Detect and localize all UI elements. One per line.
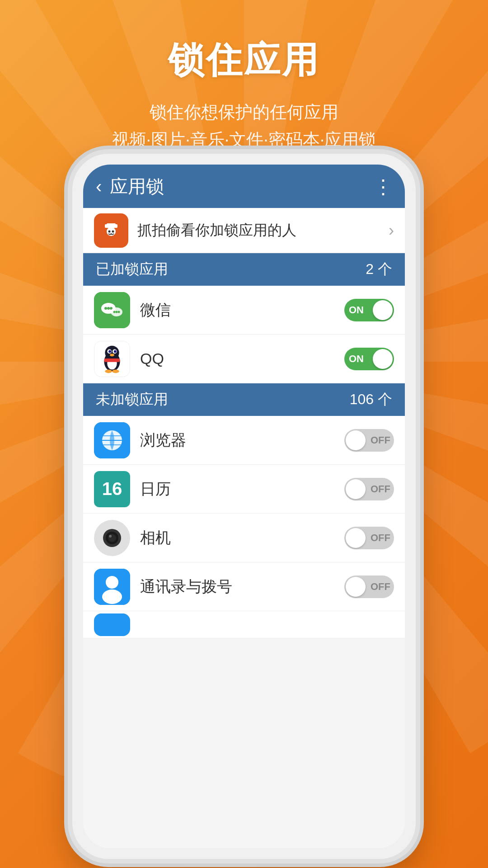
- svg-point-22: [114, 350, 117, 353]
- wechat-toggle-label: ON: [349, 304, 364, 316]
- svg-point-39: [102, 590, 122, 604]
- contacts-row: 通讯录与拨号 OFF: [83, 562, 405, 611]
- svg-point-25: [105, 369, 112, 373]
- browser-toggle-knob: [346, 430, 366, 450]
- camera-toggle-knob: [346, 528, 366, 548]
- svg-point-18: [105, 345, 119, 359]
- header-section: 锁住应用 锁住你想保护的任何应用 视频·图片·音乐·文件·密码本·应用锁: [0, 0, 488, 154]
- browser-toggle-label: OFF: [371, 434, 390, 446]
- camera-toggle-label: OFF: [371, 532, 390, 544]
- app-bar: ‹ 应用锁 ⋮: [83, 165, 405, 208]
- contacts-toggle-knob: [346, 577, 366, 597]
- calendar-name: 日历: [140, 479, 344, 500]
- phone-screen: ‹ 应用锁 ⋮: [83, 165, 405, 848]
- svg-point-5: [112, 230, 114, 232]
- browser-name: 浏览器: [140, 430, 344, 451]
- contacts-icon: [94, 569, 130, 605]
- contacts-name: 通讯录与拨号: [140, 576, 344, 597]
- camera-toggle[interactable]: OFF: [344, 527, 394, 549]
- qq-toggle[interactable]: ON: [344, 348, 394, 370]
- calendar-toggle-label: OFF: [371, 483, 390, 495]
- svg-point-12: [113, 311, 116, 313]
- app-bar-title: 应用锁: [110, 174, 373, 199]
- calendar-icon: 16: [94, 471, 130, 507]
- wechat-toggle[interactable]: ON: [344, 299, 394, 321]
- spy-chevron: ›: [389, 221, 394, 240]
- camera-row: 相机 OFF: [83, 514, 405, 562]
- qq-icon: [94, 341, 130, 377]
- wechat-toggle-knob: [373, 300, 393, 320]
- spy-row[interactable]: 抓拍偷看你加锁应用的人 ›: [83, 208, 405, 253]
- qq-toggle-label: ON: [349, 353, 364, 365]
- svg-point-3: [107, 227, 116, 236]
- unlocked-section-count: 106 个: [350, 390, 392, 410]
- more-button[interactable]: ⋮: [373, 175, 392, 198]
- svg-point-13: [116, 311, 118, 313]
- camera-name: 相机: [140, 528, 344, 548]
- subtitle-1: 锁住你想保护的任何应用: [0, 99, 488, 126]
- calendar-toggle-knob: [346, 479, 366, 499]
- svg-rect-2: [107, 223, 116, 226]
- calendar-toggle[interactable]: OFF: [344, 478, 394, 500]
- svg-point-36: [109, 535, 112, 538]
- contacts-toggle[interactable]: OFF: [344, 576, 394, 598]
- browser-row: 浏览器 OFF: [83, 416, 405, 465]
- qq-row: QQ ON: [83, 335, 405, 383]
- back-button[interactable]: ‹: [96, 176, 102, 197]
- svg-point-9: [107, 307, 110, 310]
- phone-inner: ‹ 应用锁 ⋮: [83, 165, 405, 848]
- svg-point-4: [108, 230, 111, 232]
- locked-section-count: 2 个: [366, 259, 392, 279]
- wechat-row: 微信 ON: [83, 286, 405, 335]
- qq-name: QQ: [140, 350, 344, 368]
- contacts-toggle-label: OFF: [371, 581, 390, 593]
- main-title: 锁住应用: [0, 36, 488, 85]
- unlocked-section-title: 未加锁应用: [96, 390, 350, 410]
- spy-text: 抓拍偷看你加锁应用的人: [137, 221, 389, 241]
- svg-point-23: [110, 354, 114, 356]
- browser-icon: [94, 422, 130, 458]
- phone-container: ‹ 应用锁 ⋮: [72, 154, 416, 859]
- wechat-icon: [94, 292, 130, 328]
- svg-point-21: [108, 350, 111, 353]
- locked-section-title: 已加锁应用: [96, 259, 366, 279]
- svg-point-26: [112, 369, 119, 373]
- locked-section-header: 已加锁应用 2 个: [83, 253, 405, 286]
- svg-point-14: [118, 311, 120, 313]
- spy-icon: [94, 213, 128, 248]
- svg-rect-24: [104, 359, 120, 362]
- wechat-name: 微信: [140, 300, 344, 321]
- svg-point-35: [108, 534, 116, 542]
- unlocked-section-header: 未加锁应用 106 个: [83, 383, 405, 416]
- qq-toggle-knob: [373, 349, 393, 369]
- browser-toggle[interactable]: OFF: [344, 429, 394, 452]
- phone-shell: ‹ 应用锁 ⋮: [72, 154, 416, 859]
- camera-icon: [94, 520, 130, 556]
- svg-point-8: [104, 307, 107, 310]
- calendar-row: 16 日历 OFF: [83, 465, 405, 514]
- subtitle-2: 视频·图片·音乐·文件·密码本·应用锁: [0, 126, 488, 154]
- partial-row: [83, 611, 405, 638]
- svg-point-38: [106, 576, 118, 589]
